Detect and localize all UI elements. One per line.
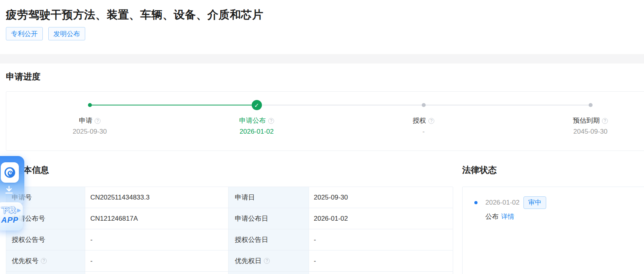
field-label: 优先权号 xyxy=(6,250,85,272)
timeline-step-application: 申请 2025-09-30 xyxy=(6,92,173,151)
timeline-steps: 申请 2025-09-30 申请公布 2026-01-02 xyxy=(6,92,644,151)
timeline-segment-pending xyxy=(424,105,591,105)
app-download-widget-bubble: 下载 ▶ APP xyxy=(0,202,23,230)
field-value: - xyxy=(309,250,453,272)
help-icon[interactable] xyxy=(268,118,274,124)
field-label-text: 优先权日 xyxy=(235,256,262,265)
field-label-text: 申请公布日 xyxy=(235,214,268,223)
timeline-segment-pending xyxy=(257,105,424,105)
download-arrow-icon xyxy=(4,186,14,196)
timeline-step-publication: 申请公布 2026-01-02 xyxy=(173,92,340,151)
download-label: 下载 xyxy=(1,205,16,215)
gray-dot-icon xyxy=(422,103,426,107)
timeline-node xyxy=(422,100,426,110)
field-label xyxy=(6,272,85,274)
download-label-row: 下载 ▶ xyxy=(1,205,23,215)
timeline-node xyxy=(88,100,92,110)
help-icon[interactable] xyxy=(41,258,47,264)
basic-info-table: 申请号 CN202511434833.3 申请日 2025-09-30 申请公布… xyxy=(6,187,453,274)
field-label: 申请日 xyxy=(229,187,309,208)
legal-status-section-title: 法律状态 xyxy=(462,165,644,176)
check-circle-icon xyxy=(252,100,262,110)
field-value xyxy=(309,272,453,274)
app-download-widget[interactable]: 下载 ▶ APP xyxy=(0,156,26,231)
app-label: APP xyxy=(1,216,23,225)
timeline-step-estimated-expiry: 预估到期 2045-09-30 xyxy=(507,92,644,151)
field-value: CN121246817A xyxy=(85,208,229,229)
timeline-step-label-text: 申请公布 xyxy=(239,117,266,125)
timeline-step-date: 2025-09-30 xyxy=(73,128,107,136)
tag-patent-publication[interactable]: 专利公开 xyxy=(6,27,43,40)
field-label-text: 授权公告号 xyxy=(12,235,45,244)
legal-status-item: 2026-01-02 审中 公布详情 xyxy=(474,196,644,221)
legal-status-line: 2026-01-02 审中 xyxy=(485,196,546,209)
progress-section-title: 申请进度 xyxy=(6,71,40,82)
help-icon[interactable] xyxy=(428,118,434,124)
field-value: CN202511434833.3 xyxy=(85,187,229,208)
timeline-step-label: 申请 xyxy=(79,117,101,125)
field-label: 优先权日 xyxy=(229,250,309,272)
basic-info-section: 基本信息 申请号 CN202511434833.3 申请日 2025-09-30… xyxy=(6,165,453,274)
timeline-step-label-text: 授权 xyxy=(413,117,426,125)
field-value xyxy=(85,272,229,274)
field-label: 申请公布日 xyxy=(229,208,309,229)
timeline-step-date: - xyxy=(423,128,425,136)
timeline-step-date: 2026-01-02 xyxy=(240,128,274,136)
legal-status-action: 公布 xyxy=(485,213,499,220)
legal-status-item-body: 2026-01-02 审中 公布详情 xyxy=(485,196,546,221)
field-label: 授权公告号 xyxy=(6,229,85,250)
page-content: 疲劳驾驶干预方法、装置、车辆、设备、介质和芯片 专利公开 发明公布 申请进度 申… xyxy=(0,0,644,274)
field-label-text: 申请日 xyxy=(235,193,255,202)
detail-link[interactable]: 详情 xyxy=(501,213,514,220)
bullet-dot-icon xyxy=(474,201,478,204)
timeline-node xyxy=(252,100,262,110)
green-dot-icon xyxy=(88,103,92,107)
app-download-widget-top xyxy=(0,156,24,204)
timeline-step-label: 授权 xyxy=(413,117,434,125)
field-label-text: 优先权号 xyxy=(12,256,38,265)
timeline-step-label: 预估到期 xyxy=(573,117,608,125)
field-label xyxy=(229,272,309,274)
timeline-step-label: 申请公布 xyxy=(239,117,274,125)
page-title: 疲劳驾驶干预方法、装置、车辆、设备、介质和芯片 xyxy=(6,9,263,21)
help-icon[interactable] xyxy=(264,258,270,264)
timeline-step-label-text: 预估到期 xyxy=(573,117,600,125)
legal-status-action-line: 公布详情 xyxy=(485,212,546,221)
play-icon: ▶ xyxy=(17,208,20,213)
main-columns: 基本信息 申请号 CN202511434833.3 申请日 2025-09-30… xyxy=(6,165,644,274)
tag-list: 专利公开 发明公布 xyxy=(6,27,85,40)
status-badge: 审中 xyxy=(523,196,546,209)
field-label: 授权公告日 xyxy=(229,229,309,250)
section-divider xyxy=(0,54,644,64)
field-value: - xyxy=(85,229,229,250)
patent-detail-page: 疲劳驾驶干预方法、装置、车辆、设备、介质和芯片 专利公开 发明公布 申请进度 申… xyxy=(0,0,644,274)
field-value: 2026-01-02 xyxy=(309,208,453,229)
field-value: - xyxy=(85,250,229,272)
field-value: - xyxy=(309,229,453,250)
timeline-step-label-text: 申请 xyxy=(79,117,92,125)
legal-status-date: 2026-01-02 xyxy=(485,199,520,207)
help-icon[interactable] xyxy=(602,118,608,124)
legal-status-section: 法律状态 2026-01-02 审中 公布详情 xyxy=(462,165,644,274)
tianyancha-logo-icon xyxy=(1,162,19,183)
field-value: 2025-09-30 xyxy=(309,187,453,208)
legal-status-card: 2026-01-02 审中 公布详情 xyxy=(462,187,644,274)
timeline-node xyxy=(589,100,593,110)
help-icon[interactable] xyxy=(95,118,101,124)
field-label-text: 授权公告日 xyxy=(235,235,268,244)
timeline-segment-done xyxy=(90,105,257,105)
application-progress-card: 申请 2025-09-30 申请公布 2026-01-02 xyxy=(6,91,644,151)
gray-dot-icon xyxy=(589,103,593,107)
timeline-step-grant: 授权 - xyxy=(340,92,507,151)
tag-invention-publication[interactable]: 发明公布 xyxy=(48,27,85,40)
timeline-step-date: 2045-09-30 xyxy=(573,128,607,136)
basic-info-section-title: 基本信息 xyxy=(6,165,453,176)
